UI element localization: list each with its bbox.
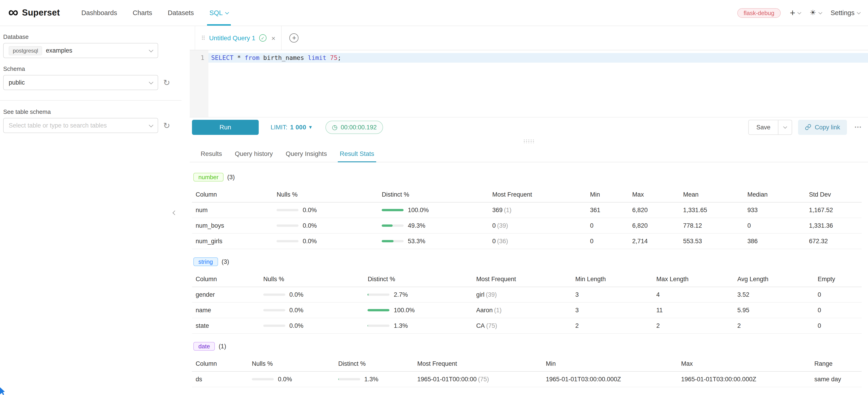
stats-group-string: string (3) Column Nulls % Distinct % Mos…: [192, 257, 862, 334]
chevron-down-icon: [857, 10, 861, 14]
limit-label: LIMIT:: [271, 124, 287, 130]
cell: 1,167.52: [805, 202, 862, 218]
settings-menu[interactable]: Settings: [831, 9, 860, 17]
column-name: ds: [192, 371, 248, 387]
nav-sql[interactable]: SQL: [202, 0, 236, 26]
cell: 6,820: [628, 202, 679, 218]
schema-label: Schema: [3, 65, 190, 72]
save-dropdown-button[interactable]: [779, 120, 792, 134]
brand-name: Superset: [22, 8, 60, 18]
type-badge-date: date: [193, 342, 215, 351]
copy-link-button[interactable]: Copy link: [798, 120, 847, 134]
table-select[interactable]: Select table or type to search tables: [3, 118, 158, 133]
nav-sql-label: SQL: [209, 9, 223, 17]
col-header: Nulls %: [259, 272, 364, 287]
col-header: Most Frequent: [489, 187, 586, 202]
sql-code-editor[interactable]: 1 SELECT * from birth_names limit 75;: [190, 50, 868, 117]
nulls-bar: 0.0%: [277, 222, 375, 229]
nulls-bar: 0.0%: [277, 207, 375, 213]
editor-resize-handle[interactable]: [190, 137, 868, 145]
distinct-bar: 2.7%: [368, 291, 469, 298]
code-line-1[interactable]: SELECT * from birth_names limit 75;: [209, 53, 868, 63]
drag-handle-icon[interactable]: ⠿: [201, 35, 206, 41]
refresh-schemas-icon[interactable]: ↻: [163, 79, 170, 87]
nav-datasets[interactable]: Datasets: [160, 0, 202, 26]
tab-query-history[interactable]: Query history: [228, 145, 279, 162]
group-header: number (3): [192, 173, 862, 182]
cell: 4: [653, 287, 734, 302]
add-query-tab-button[interactable]: +: [289, 33, 299, 42]
limit-dropdown[interactable]: LIMIT: 1 000 ▾: [271, 124, 312, 130]
link-icon: [805, 124, 811, 130]
col-header: Column: [192, 272, 259, 287]
save-button[interactable]: Save: [748, 120, 779, 134]
cell: 1,331.65: [679, 202, 744, 218]
chevron-left-icon: [172, 210, 177, 215]
superset-logo[interactable]: ∞ Superset: [8, 6, 60, 20]
editor-gutter: 1: [190, 50, 209, 117]
resize-grip-icon: [523, 139, 534, 143]
date-stats-table: Column Nulls % Distinct % Most Frequent …: [192, 356, 862, 387]
timer-value: 00:00:00.192: [341, 124, 377, 130]
type-badge-number: number: [193, 173, 223, 182]
most-frequent: 369(1): [489, 202, 586, 218]
query-timer: ◷ 00:00:00.192: [326, 120, 383, 134]
nulls-bar: 0.0%: [263, 322, 361, 329]
stats-group-date: date (1) Column Nulls % Distinct % Most …: [192, 342, 862, 387]
distinct-bar: 100.0%: [368, 307, 469, 314]
cell: 1965-01-01T03:00:00.000Z: [677, 371, 811, 387]
settings-label: Settings: [831, 9, 855, 17]
most-frequent: 0(36): [489, 233, 586, 249]
col-header: Column: [192, 187, 273, 202]
refresh-tables-icon[interactable]: ↻: [163, 121, 170, 130]
query-tab[interactable]: ⠿ Untitled Query 1 ✓ ×: [195, 26, 282, 50]
nulls-bar: 0.0%: [263, 307, 361, 314]
limit-value: 1 000: [290, 124, 307, 130]
cell: 1,331.36: [805, 218, 862, 233]
theme-toggle[interactable]: ☀: [810, 9, 822, 17]
run-button[interactable]: Run: [192, 120, 259, 134]
cell: 0: [586, 233, 629, 249]
col-header: Most Frequent: [414, 356, 542, 371]
cell: 672.32: [805, 233, 862, 249]
new-item-menu[interactable]: +: [790, 8, 800, 18]
cell: 2: [734, 318, 814, 334]
close-icon[interactable]: ×: [271, 34, 275, 41]
col-header: Avg Length: [734, 272, 814, 287]
column-name: num: [192, 202, 273, 218]
tab-query-insights[interactable]: Query Insights: [279, 145, 334, 162]
cell: 2: [653, 318, 734, 334]
tab-result-stats[interactable]: Result Stats: [333, 145, 380, 162]
cell: 0: [586, 218, 629, 233]
result-tabs: Results Query history Query Insights Res…: [190, 145, 868, 162]
sql-lab-sidebar: Database postgresql examples Schema publ…: [0, 26, 190, 395]
query-status-success-icon: ✓: [259, 34, 266, 41]
nav-charts[interactable]: Charts: [125, 0, 160, 26]
distinct-bar: 53.3%: [382, 238, 485, 245]
table-row: gender 0.0% 2.7% girl(39) 3 4 3.52 0: [192, 287, 862, 302]
editor-code-area[interactable]: SELECT * from birth_names limit 75;: [209, 50, 868, 117]
most-frequent: girl(39): [473, 287, 572, 302]
schema-select[interactable]: public: [3, 75, 158, 90]
cell: 361: [586, 202, 629, 218]
column-name: num_boys: [192, 218, 273, 233]
tab-results[interactable]: Results: [194, 145, 228, 162]
cell: 778.12: [679, 218, 744, 233]
col-header: Max: [628, 187, 679, 202]
col-header: Range: [811, 356, 862, 371]
database-select[interactable]: postgresql examples: [3, 43, 158, 58]
distinct-bar: 100.0%: [382, 207, 485, 213]
column-name: name: [192, 302, 259, 318]
cell: 2: [571, 318, 653, 334]
collapse-sidebar-handle[interactable]: [171, 208, 178, 217]
cell: 0: [814, 318, 862, 334]
table-schema-label: See table schema: [3, 108, 190, 115]
nav-dashboards[interactable]: Dashboards: [73, 0, 125, 26]
sql-editor-panel: ⠿ Untitled Query 1 ✓ × + 1 SELECT * from…: [190, 26, 868, 395]
more-options-icon[interactable]: ⋯: [854, 123, 862, 131]
database-label: Database: [3, 33, 190, 40]
most-frequent: CA(75): [473, 318, 572, 334]
distinct-bar: 1.3%: [368, 322, 469, 329]
query-tab-strip: ⠿ Untitled Query 1 ✓ × +: [190, 26, 868, 50]
col-header: Distinct %: [364, 272, 473, 287]
